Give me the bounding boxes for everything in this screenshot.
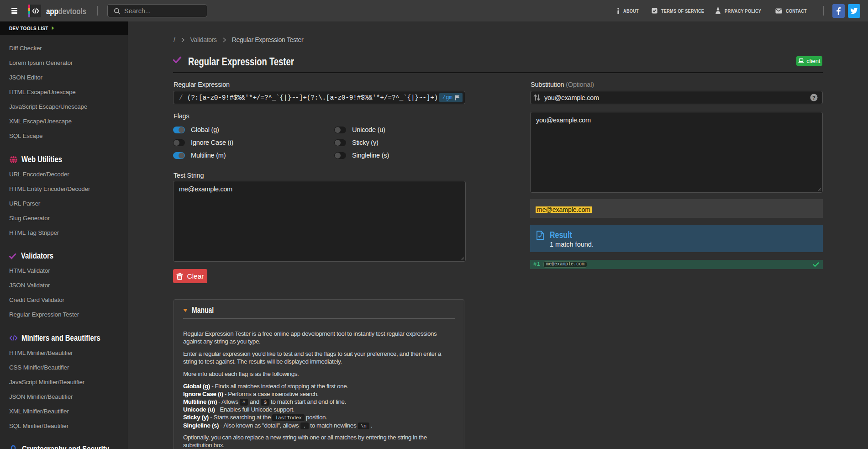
svg-text:?: ?: [812, 95, 815, 100]
